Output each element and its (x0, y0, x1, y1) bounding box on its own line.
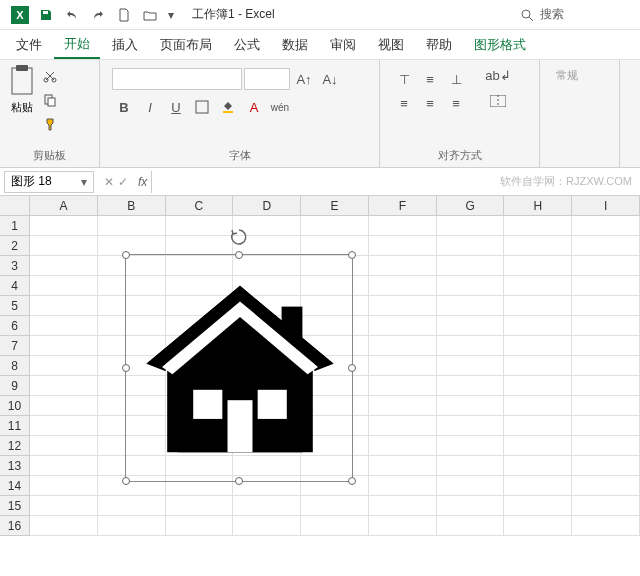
col-header[interactable]: I (572, 196, 640, 216)
cell[interactable] (437, 336, 505, 356)
row-header[interactable]: 9 (0, 376, 30, 396)
align-bottom-icon[interactable]: ⊥ (444, 68, 468, 90)
cell[interactable] (30, 256, 98, 276)
cell[interactable] (437, 516, 505, 536)
shape-selection-box[interactable] (125, 254, 353, 482)
cell[interactable] (504, 416, 572, 436)
cell[interactable] (369, 496, 437, 516)
cell[interactable] (30, 316, 98, 336)
font-size-select[interactable] (244, 68, 290, 90)
cell[interactable] (504, 336, 572, 356)
menu-data[interactable]: 数据 (272, 32, 318, 58)
cell[interactable] (504, 496, 572, 516)
menu-insert[interactable]: 插入 (102, 32, 148, 58)
cell[interactable] (572, 456, 640, 476)
cell[interactable] (572, 216, 640, 236)
fill-color-icon[interactable] (216, 96, 240, 118)
row-header[interactable]: 12 (0, 436, 30, 456)
cell[interactable] (504, 456, 572, 476)
undo-icon[interactable] (60, 3, 84, 27)
menu-view[interactable]: 视图 (368, 32, 414, 58)
cell[interactable] (301, 496, 369, 516)
cell[interactable] (166, 496, 234, 516)
copy-icon[interactable] (40, 90, 60, 110)
cell[interactable] (98, 236, 166, 256)
cell[interactable] (301, 516, 369, 536)
cell[interactable] (301, 236, 369, 256)
cell[interactable] (30, 236, 98, 256)
cell[interactable] (437, 356, 505, 376)
new-file-icon[interactable] (112, 3, 136, 27)
cell[interactable] (369, 436, 437, 456)
cell[interactable] (504, 256, 572, 276)
redo-icon[interactable] (86, 3, 110, 27)
cell[interactable] (233, 516, 301, 536)
cell[interactable] (301, 216, 369, 236)
align-top-icon[interactable]: ⊤ (392, 68, 416, 90)
cell[interactable] (369, 416, 437, 436)
cell[interactable] (572, 236, 640, 256)
cancel-formula-icon[interactable]: ✕ (104, 175, 114, 189)
cell[interactable] (30, 496, 98, 516)
bold-button[interactable]: B (112, 96, 136, 118)
house-shape-icon[interactable] (136, 265, 344, 473)
row-header[interactable]: 2 (0, 236, 30, 256)
row-header[interactable]: 5 (0, 296, 30, 316)
italic-button[interactable]: I (138, 96, 162, 118)
cell[interactable] (572, 276, 640, 296)
resize-handle-bm[interactable] (235, 477, 243, 485)
open-folder-icon[interactable] (138, 3, 162, 27)
cell[interactable] (572, 296, 640, 316)
row-header[interactable]: 7 (0, 336, 30, 356)
resize-handle-tr[interactable] (348, 251, 356, 259)
cell[interactable] (369, 376, 437, 396)
cell[interactable] (98, 496, 166, 516)
cell[interactable] (504, 396, 572, 416)
resize-handle-bl[interactable] (122, 477, 130, 485)
cell[interactable] (572, 356, 640, 376)
cell[interactable] (369, 356, 437, 376)
menu-help[interactable]: 帮助 (416, 32, 462, 58)
cell[interactable] (437, 416, 505, 436)
font-family-select[interactable] (112, 68, 242, 90)
menu-file[interactable]: 文件 (6, 32, 52, 58)
row-header[interactable]: 3 (0, 256, 30, 276)
cell[interactable] (369, 316, 437, 336)
underline-button[interactable]: U (164, 96, 188, 118)
cell[interactable] (572, 416, 640, 436)
cell[interactable] (30, 216, 98, 236)
search-box[interactable]: 搜索 (512, 4, 632, 25)
col-header[interactable]: E (301, 196, 369, 216)
menu-formula[interactable]: 公式 (224, 32, 270, 58)
chevron-down-icon[interactable]: ▾ (81, 175, 87, 189)
decrease-font-icon[interactable]: A↓ (318, 68, 342, 90)
cell[interactable] (437, 256, 505, 276)
cell[interactable] (437, 456, 505, 476)
save-icon[interactable] (34, 3, 58, 27)
col-header[interactable]: D (233, 196, 301, 216)
cell[interactable] (98, 516, 166, 536)
increase-font-icon[interactable]: A↑ (292, 68, 316, 90)
cell[interactable] (369, 336, 437, 356)
cell[interactable] (369, 476, 437, 496)
resize-handle-br[interactable] (348, 477, 356, 485)
cell[interactable] (437, 376, 505, 396)
formula-bar[interactable] (151, 171, 500, 193)
cell[interactable] (504, 276, 572, 296)
name-box[interactable]: 图形 18 ▾ (4, 171, 94, 193)
font-color-icon[interactable]: A (242, 96, 266, 118)
row-header[interactable]: 16 (0, 516, 30, 536)
cell[interactable] (166, 516, 234, 536)
cell[interactable] (369, 396, 437, 416)
cell[interactable] (369, 256, 437, 276)
merge-cells-icon[interactable] (484, 90, 512, 112)
cell[interactable] (437, 496, 505, 516)
qat-dropdown-icon[interactable]: ▾ (164, 3, 178, 27)
cell[interactable] (30, 416, 98, 436)
menu-shape-format[interactable]: 图形格式 (464, 32, 536, 58)
cell[interactable] (504, 516, 572, 536)
cell[interactable] (504, 296, 572, 316)
col-header[interactable]: C (166, 196, 234, 216)
cell[interactable] (30, 516, 98, 536)
cell[interactable] (572, 496, 640, 516)
